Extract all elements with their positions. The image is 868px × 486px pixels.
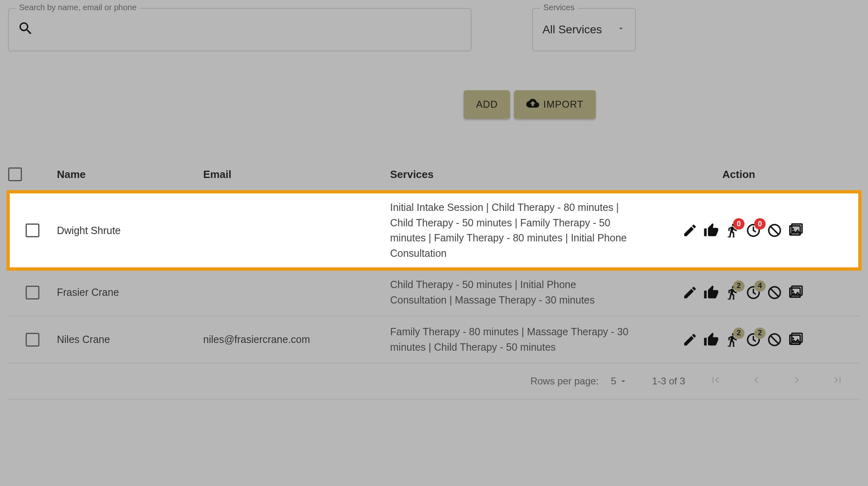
col-email: Email	[203, 168, 390, 181]
block-icon[interactable]	[766, 332, 783, 348]
row-checkbox[interactable]	[26, 223, 39, 237]
pagination: Rows per page: 5 1-3 of 3	[8, 363, 860, 399]
svg-point-17	[792, 337, 794, 339]
svg-point-11	[792, 290, 794, 292]
cell-services: Family Therapy - 80 minutes | Massage Th…	[390, 324, 642, 355]
services-filter-value: All Services	[542, 23, 602, 36]
table-row: Dwight Shrute Initial Intake Session | C…	[8, 192, 860, 269]
import-button-label: IMPORT	[543, 99, 584, 110]
cell-name: Frasier Crane	[57, 286, 203, 298]
badge: 2	[733, 328, 744, 339]
block-icon[interactable]	[766, 284, 783, 301]
svg-point-5	[792, 228, 794, 230]
cell-email: niles@frasiercrane.com	[203, 334, 390, 345]
services-filter-label: Services	[540, 3, 578, 12]
next-page-icon[interactable]	[791, 374, 803, 388]
rows-per-page-select[interactable]: 5	[611, 375, 627, 387]
rows-per-page-label: Rows per page:	[530, 375, 599, 387]
edit-icon[interactable]	[682, 222, 698, 239]
thumb-up-icon[interactable]	[703, 284, 719, 301]
row-checkbox[interactable]	[26, 286, 39, 299]
walk-icon[interactable]: 2	[724, 284, 740, 301]
col-action: Action	[642, 168, 860, 181]
cell-name: Dwight Shrute	[57, 225, 203, 236]
dropdown-icon	[616, 24, 625, 35]
walk-icon[interactable]: 0	[724, 222, 740, 239]
col-name: Name	[57, 168, 203, 181]
image-icon[interactable]	[788, 222, 804, 239]
block-icon[interactable]	[766, 222, 783, 239]
cloud-upload-icon	[526, 97, 539, 112]
rows-per-page-value: 5	[611, 375, 616, 387]
first-page-icon[interactable]	[710, 374, 722, 388]
badge: 0	[733, 218, 744, 230]
row-checkbox[interactable]	[26, 333, 39, 347]
cell-services: Child Therapy - 50 minutes | Initial Pho…	[390, 277, 642, 308]
clock-icon[interactable]: 2	[745, 332, 762, 348]
select-all-checkbox[interactable]	[8, 167, 22, 181]
import-button[interactable]: IMPORT	[514, 90, 596, 119]
search-fieldset: Search by name, email or phone	[8, 8, 471, 51]
thumb-up-icon[interactable]	[703, 222, 719, 239]
edit-icon[interactable]	[682, 332, 698, 348]
add-button[interactable]: ADD	[464, 90, 510, 119]
badge: 0	[754, 218, 766, 230]
prev-page-icon[interactable]	[750, 374, 762, 388]
table-header: Name Email Services Action	[8, 167, 860, 192]
clock-icon[interactable]: 4	[745, 284, 762, 301]
cell-actions: 0 0	[642, 222, 860, 239]
cell-name: Niles Crane	[57, 334, 203, 345]
cell-actions: 2 4	[642, 284, 860, 301]
dropdown-icon	[619, 377, 628, 386]
add-button-label: ADD	[476, 99, 498, 110]
services-filter[interactable]: Services All Services	[532, 8, 636, 51]
cell-actions: 2 2	[642, 332, 860, 348]
walk-icon[interactable]: 2	[724, 332, 740, 348]
page-range: 1-3 of 3	[652, 375, 685, 387]
clock-icon[interactable]: 0	[745, 222, 762, 239]
col-services: Services	[390, 168, 642, 181]
image-icon[interactable]	[788, 284, 804, 301]
image-icon[interactable]	[788, 332, 804, 348]
badge: 2	[754, 328, 766, 339]
search-label: Search by name, email or phone	[16, 3, 140, 12]
last-page-icon[interactable]	[831, 374, 844, 388]
search-input[interactable]	[38, 24, 462, 36]
edit-icon[interactable]	[682, 284, 698, 301]
badge: 4	[754, 280, 766, 292]
badge: 2	[733, 280, 744, 292]
cell-services: Initial Intake Session | Child Therapy -…	[390, 200, 642, 261]
table-row: Niles Crane niles@frasiercrane.com Famil…	[8, 316, 860, 363]
thumb-up-icon[interactable]	[703, 332, 719, 348]
data-table: Name Email Services Action Dwight Shrute…	[8, 167, 860, 399]
search-icon	[17, 20, 34, 39]
table-row: Frasier Crane Child Therapy - 50 minutes…	[8, 269, 860, 316]
